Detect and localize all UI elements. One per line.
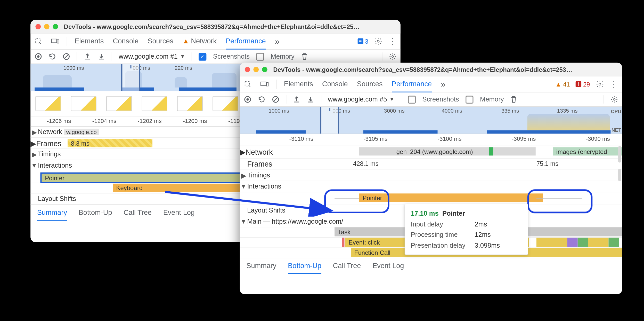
upload-icon[interactable] [293, 96, 300, 103]
minimize-icon[interactable] [253, 67, 259, 72]
screenshots-checkbox[interactable] [408, 96, 416, 103]
bottom-tab-summary[interactable]: Summary [246, 258, 276, 274]
triangle-right-icon[interactable]: ▶ [30, 139, 36, 148]
interaction-pointer-bar[interactable]: Pointer [359, 193, 543, 202]
traffic-lights[interactable] [245, 67, 267, 72]
track-frames[interactable]: Frames 428.1 ms 75.1 ms [240, 159, 622, 170]
minimize-icon[interactable] [44, 24, 50, 29]
titlebar[interactable]: DevTools - www.google.com/search?sca_esv… [30, 20, 401, 34]
memory-label: Memory [271, 53, 295, 60]
clear-icon[interactable] [63, 53, 70, 60]
bottom-tab-event-log[interactable]: Event Log [163, 205, 195, 221]
triangle-right-icon[interactable]: ▶ [30, 128, 38, 136]
overview-timeline[interactable]: 1000 ms 000 ms 3000 ms 4000 ms 335 ms 13… [240, 107, 622, 134]
network-item[interactable]: images (encrypted [553, 147, 622, 155]
gear-icon[interactable] [610, 96, 618, 103]
scrollbar[interactable] [618, 146, 621, 163]
bottom-tab-summary[interactable]: Summary [37, 205, 67, 221]
more-tabs-icon[interactable]: » [275, 36, 280, 46]
device-toggle-icon[interactable] [260, 81, 269, 88]
titlebar[interactable]: DevTools - www.google.com/search?sca_esv… [240, 63, 622, 76]
triangle-right-icon[interactable]: ▶ [30, 150, 38, 158]
tab-console[interactable]: Console [113, 33, 139, 49]
divider [286, 95, 287, 104]
bottom-tab-call-tree[interactable]: Call Tree [333, 258, 361, 274]
divider [77, 52, 77, 61]
inspect-icon[interactable] [35, 37, 42, 45]
viewport-handle[interactable] [320, 107, 339, 134]
memory-checkbox[interactable] [256, 53, 264, 60]
close-icon[interactable] [245, 67, 250, 72]
bottom-tab-bottom-up[interactable]: Bottom-Up [79, 205, 112, 221]
recording-select[interactable]: www.google.com #1▼ [119, 53, 185, 60]
recording-select[interactable]: www.google.com #5▼ [328, 96, 394, 103]
screenshots-checkbox[interactable]: ✓ [199, 53, 206, 60]
frame-bar[interactable]: 8.3 ms [68, 139, 152, 147]
traffic-lights[interactable] [35, 24, 58, 29]
triangle-down-icon[interactable]: ▼ [240, 218, 247, 225]
zoom-icon[interactable] [53, 24, 58, 29]
viewport-handle[interactable] [121, 64, 140, 91]
tab-performance[interactable]: Performance [392, 76, 432, 92]
screenshot-thumb[interactable] [106, 96, 132, 111]
close-icon[interactable] [35, 24, 41, 29]
interaction-keyboard-bar[interactable]: Keyboard [113, 184, 243, 192]
bottom-tab-bottom-up[interactable]: Bottom-Up [288, 258, 321, 274]
device-toggle-icon[interactable] [51, 38, 59, 45]
tab-sources[interactable]: Sources [357, 76, 383, 92]
kebab-icon[interactable]: ⋮ [610, 79, 618, 89]
gear-icon[interactable] [389, 53, 396, 60]
tab-performance[interactable]: Performance [226, 33, 266, 49]
tab-elements[interactable]: Elements [75, 33, 104, 49]
kebab-icon[interactable]: ⋮ [388, 36, 396, 46]
track-network[interactable]: ▶Network gen_204 (www.google.com) images… [240, 146, 622, 159]
errors-badge[interactable]: !29 [576, 81, 590, 88]
screenshot-thumb[interactable] [71, 96, 96, 111]
tooltip-value: 12ms [475, 231, 491, 238]
gear-icon[interactable] [374, 37, 382, 45]
time-ruler[interactable]: -3110 ms -3105 ms -3100 ms -3095 ms -309… [240, 134, 622, 146]
screenshot-thumb[interactable] [213, 96, 238, 111]
triangle-right-icon[interactable]: ▶ [240, 171, 247, 179]
reload-icon[interactable] [49, 53, 56, 60]
record-icon[interactable] [35, 53, 42, 60]
gear-icon[interactable] [596, 80, 604, 88]
zoom-icon[interactable] [262, 67, 267, 72]
interaction-whisker [536, 198, 582, 199]
record-icon[interactable] [244, 96, 251, 103]
interaction-pointer-bar[interactable]: Pointer [40, 173, 243, 183]
flame-accent [342, 238, 345, 247]
cpu-hump [43, 75, 72, 88]
tab-elements[interactable]: Elements [284, 76, 313, 92]
interaction-pointer-lane[interactable]: Pointer [240, 192, 622, 205]
trash-icon[interactable] [510, 96, 517, 103]
tab-network[interactable]: ▲Network [182, 33, 217, 49]
screenshot-thumb[interactable] [35, 96, 61, 111]
triangle-down-icon[interactable]: ▼ [240, 183, 247, 190]
inspect-icon[interactable] [244, 81, 251, 88]
download-icon[interactable] [98, 53, 105, 60]
network-item[interactable]: gen_204 (www.google.com) [359, 147, 536, 155]
tab-console[interactable]: Console [322, 76, 348, 92]
memory-checkbox[interactable] [466, 96, 473, 103]
track-timings[interactable]: ▶Timings [240, 170, 622, 181]
screenshot-thumb[interactable] [142, 96, 167, 111]
clear-icon[interactable] [272, 96, 279, 103]
triangle-down-icon[interactable]: ▼ [30, 162, 38, 169]
bottom-tab-event-log[interactable]: Event Log [372, 258, 404, 274]
ruler-tick: -1200 ms [183, 118, 207, 124]
screenshot-thumb[interactable] [177, 96, 203, 111]
tab-sources[interactable]: Sources [148, 33, 173, 49]
trash-icon[interactable] [301, 53, 308, 60]
scrollbar[interactable] [618, 169, 621, 181]
bottom-tab-call-tree[interactable]: Call Tree [124, 205, 152, 221]
triangle-right-icon[interactable]: ▶ [240, 148, 246, 157]
track-interactions[interactable]: ▼Interactions [240, 181, 622, 192]
more-tabs-icon[interactable]: » [441, 80, 445, 89]
download-icon[interactable] [307, 96, 314, 103]
upload-icon[interactable] [84, 53, 91, 60]
messages-badge[interactable]: ≡3 [357, 38, 368, 45]
warnings-badge[interactable]: ▲41 [555, 81, 570, 88]
reload-icon[interactable] [258, 96, 265, 103]
network-item[interactable]: w.google.co [64, 129, 99, 135]
